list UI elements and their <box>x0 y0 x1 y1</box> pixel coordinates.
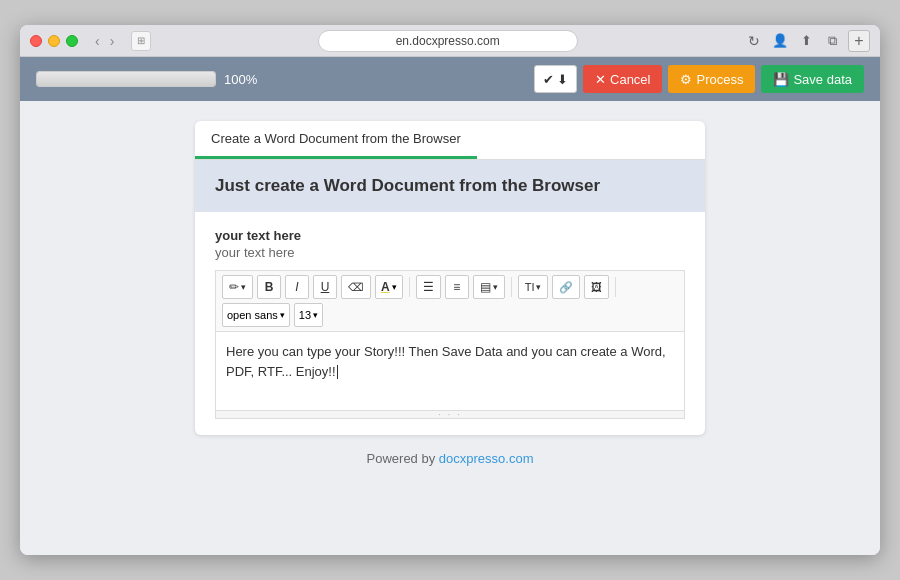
font-size-select[interactable]: 13 ▾ <box>294 303 323 327</box>
editor-toolbar: ✏ ▾ B I U ⌫ A <box>215 270 685 331</box>
title-bar: ‹ › ⊞ en.docxpresso.com ↻ 👤 ⬆ ⧉ + <box>20 25 880 57</box>
forward-button[interactable]: › <box>107 33 118 49</box>
eraser-icon: ⌫ <box>348 281 364 294</box>
share-button[interactable]: ⬆ <box>796 31 816 51</box>
italic-icon: I <box>295 280 298 294</box>
separator-2 <box>511 277 512 297</box>
font-size-label: 13 <box>299 309 311 321</box>
browser-window: ‹ › ⊞ en.docxpresso.com ↻ 👤 ⬆ ⧉ + <box>20 25 880 555</box>
save-label: Save data <box>793 72 852 87</box>
text-size-icon: TI <box>525 281 535 293</box>
document-card: Create a Word Document from the Browser … <box>195 121 705 435</box>
sidebar-icon: ⧉ <box>828 33 837 49</box>
card-tab[interactable]: Create a Word Document from the Browser <box>195 121 477 159</box>
maximize-button[interactable] <box>66 35 78 47</box>
link-icon: 🔗 <box>559 281 573 294</box>
font-family-chevron: ▾ <box>280 310 285 320</box>
close-button[interactable] <box>30 35 42 47</box>
toolbar-right: ✔ ⬇ ✕ Cancel ⚙ Process 💾 Save data <box>534 65 864 93</box>
toolbar: 100% ✔ ⬇ ✕ Cancel ⚙ Process 💾 Save data <box>20 57 880 101</box>
ordered-list-button[interactable]: ≡ <box>445 275 469 299</box>
separator-3 <box>615 277 616 297</box>
check-icon: ✔ <box>543 72 554 87</box>
refresh-button[interactable]: ↻ <box>744 31 764 51</box>
unordered-list-icon: ☰ <box>423 280 434 294</box>
refresh-icon: ↻ <box>748 33 760 49</box>
new-tab-button[interactable]: + <box>848 30 870 52</box>
back-button[interactable]: ‹ <box>92 33 103 49</box>
align-icon: ▤ <box>480 280 491 294</box>
text-size-chevron: ▾ <box>536 282 541 292</box>
docxpresso-link[interactable]: docxpresso.com <box>439 451 534 466</box>
link-button[interactable]: 🔗 <box>552 275 580 299</box>
share-icon: ⬆ <box>801 33 812 48</box>
ordered-list-icon: ≡ <box>453 280 460 294</box>
image-icon: 🖼 <box>591 281 602 293</box>
pencil-chevron: ▾ <box>241 282 246 292</box>
process-button[interactable]: ⚙ Process <box>668 65 755 93</box>
tab-icon: ⊞ <box>131 31 151 51</box>
save-icon: 💾 <box>773 72 789 87</box>
tab-grid-icon: ⊞ <box>137 35 145 46</box>
font-family-label: open sans <box>227 309 278 321</box>
card-body: your text here your text here ✏ ▾ B I <box>195 212 705 435</box>
cancel-label: Cancel <box>610 72 650 87</box>
progress-fill <box>37 72 215 86</box>
nav-buttons: ‹ › <box>92 33 117 49</box>
font-size-chevron: ▾ <box>313 310 318 320</box>
align-chevron: ▾ <box>493 282 498 292</box>
sidebar-button[interactable]: ⧉ <box>822 31 842 51</box>
check-download-button[interactable]: ✔ ⬇ <box>534 65 577 93</box>
pencil-icon: ✏ <box>229 280 239 294</box>
progress-bar <box>36 71 216 87</box>
address-text: en.docxpresso.com <box>396 34 500 48</box>
progress-container: 100% <box>36 71 524 87</box>
editor-cursor <box>337 365 338 379</box>
powered-by: Powered by docxpresso.com <box>50 451 850 466</box>
browser-actions: ↻ 👤 ⬆ ⧉ + <box>744 30 870 52</box>
field-label: your text here <box>215 228 685 243</box>
bold-button[interactable]: B <box>257 275 281 299</box>
text-size-button[interactable]: TI ▾ <box>518 275 549 299</box>
card-header: Just create a Word Document from the Bro… <box>195 160 705 212</box>
minimize-button[interactable] <box>48 35 60 47</box>
underline-button[interactable]: U <box>313 275 337 299</box>
color-chevron: ▾ <box>392 282 397 292</box>
image-button[interactable]: 🖼 <box>584 275 609 299</box>
eraser-button[interactable]: ⌫ <box>341 275 371 299</box>
process-label: Process <box>696 72 743 87</box>
color-a-icon: A <box>381 280 390 294</box>
underline-icon: U <box>321 280 330 294</box>
card-header-title: Just create a Word Document from the Bro… <box>215 176 600 195</box>
profile-icon: 👤 <box>772 33 788 48</box>
download-icon: ⬇ <box>557 72 568 87</box>
content-area: Create a Word Document from the Browser … <box>20 101 880 555</box>
editor-resize-handle[interactable]: · · · <box>215 411 685 419</box>
powered-text: Powered by <box>367 451 436 466</box>
italic-button[interactable]: I <box>285 275 309 299</box>
save-button[interactable]: 💾 Save data <box>761 65 864 93</box>
field-value: your text here <box>215 245 685 260</box>
cancel-x-icon: ✕ <box>595 72 606 87</box>
editor-content: Here you can type your Story!!! Then Sav… <box>226 344 666 379</box>
address-bar[interactable]: en.docxpresso.com <box>318 30 578 52</box>
separator-1 <box>409 277 410 297</box>
address-bar-container: en.docxpresso.com <box>157 30 738 52</box>
color-button[interactable]: A ▾ <box>375 275 403 299</box>
unordered-list-button[interactable]: ☰ <box>416 275 441 299</box>
align-button[interactable]: ▤ ▾ <box>473 275 505 299</box>
bold-icon: B <box>265 280 274 294</box>
progress-label: 100% <box>224 72 257 87</box>
pencil-button[interactable]: ✏ ▾ <box>222 275 253 299</box>
gear-icon: ⚙ <box>680 72 692 87</box>
profile-button[interactable]: 👤 <box>770 31 790 51</box>
editor-area[interactable]: Here you can type your Story!!! Then Sav… <box>215 331 685 411</box>
cancel-button[interactable]: ✕ Cancel <box>583 65 662 93</box>
font-family-select[interactable]: open sans ▾ <box>222 303 290 327</box>
